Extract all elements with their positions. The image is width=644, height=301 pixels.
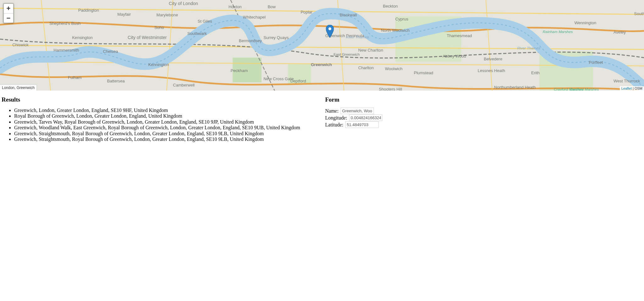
zoom-controls: + − (3, 3, 14, 23)
svg-text:City of Westminster: City of Westminster (128, 35, 167, 40)
map-attribution: Leaflet | OSM (620, 86, 644, 91)
svg-text:Chelsea: Chelsea (103, 49, 118, 54)
svg-text:Hammersmith: Hammersmith (53, 48, 79, 53)
svg-text:Cyprus: Cyprus (395, 17, 408, 21)
svg-text:Camberwell: Camberwell (173, 83, 195, 87)
svg-text:Plumstead: Plumstead (414, 70, 433, 75)
svg-text:Poplar: Poplar (301, 10, 313, 14)
attribution-separator: | (632, 86, 635, 90)
latitude-label: Latitude: (325, 122, 343, 128)
latitude-field[interactable] (345, 121, 379, 128)
svg-text:Paddington: Paddington (78, 8, 99, 13)
svg-text:Hoxton: Hoxton (229, 4, 242, 9)
map-label: London, Greenwich (0, 85, 37, 91)
svg-text:Erith: Erith (531, 70, 540, 75)
svg-text:Kennington: Kennington (148, 62, 169, 67)
svg-text:Abbey Wood: Abbey Wood (443, 54, 466, 59)
svg-text:Chiswick: Chiswick (12, 42, 29, 47)
svg-text:Aveley: Aveley (613, 30, 626, 35)
svg-text:Fulham: Fulham (68, 75, 82, 80)
leaflet-link[interactable]: Leaflet (621, 86, 632, 90)
svg-text:Dartford Marshes: Dartford Marshes (570, 87, 599, 91)
svg-text:Belvedere: Belvedere (484, 57, 502, 61)
svg-text:St Giles: St Giles (198, 19, 212, 24)
svg-text:Greenwich: Greenwich (311, 62, 332, 67)
svg-text:Charlton: Charlton (358, 65, 374, 70)
zoom-in-button[interactable]: + (4, 4, 13, 13)
results-panel: Results Greenwich, London, Greater Londo… (2, 91, 319, 142)
longitude-field[interactable] (349, 114, 382, 121)
svg-text:Bermondsey: Bermondsey (239, 38, 262, 43)
svg-text:Woolwich: Woolwich (385, 66, 402, 71)
svg-text:Marylebone: Marylebone (157, 13, 178, 17)
svg-text:South Ocker: South Ocker (634, 11, 644, 16)
name-field[interactable] (341, 108, 374, 114)
result-item[interactable]: Greenwich, Straightsmouth, Royal Borough… (14, 137, 319, 142)
svg-text:Kensington: Kensington (72, 35, 92, 40)
result-item[interactable]: Greenwich, Woodland Walk, East Greenwich… (14, 125, 319, 131)
svg-text:Soho: Soho (154, 25, 164, 30)
svg-text:Battersea: Battersea (107, 79, 125, 83)
results-heading: Results (2, 96, 319, 103)
svg-text:Shooters Hill: Shooters Hill (379, 87, 402, 91)
svg-text:Northumberland Heath: Northumberland Heath (494, 85, 536, 90)
form-heading: Form (325, 96, 642, 103)
svg-text:Southwark: Southwark (187, 31, 207, 36)
svg-text:Lessnes Heath: Lessnes Heath (478, 68, 505, 73)
svg-text:River Thames: River Thames (517, 46, 540, 50)
svg-text:Peckham: Peckham (230, 68, 248, 73)
svg-text:River Thames: River Thames (346, 35, 369, 39)
svg-text:Wennington: Wennington (575, 20, 597, 25)
longitude-label: Longitude: (325, 115, 347, 121)
svg-text:Rainham Marshes: Rainham Marshes (543, 30, 573, 34)
svg-text:Beckton: Beckton (383, 4, 398, 8)
svg-text:Thamesmead: Thamesmead (447, 33, 472, 38)
result-item[interactable]: Greenwich, London, Greater London, Engla… (14, 108, 319, 113)
results-list: Greenwich, London, Greater London, Engla… (2, 108, 319, 142)
result-item[interactable]: Royal Borough of Greenwich, London, Grea… (14, 113, 319, 119)
svg-text:Blackwall: Blackwall (340, 13, 357, 17)
svg-text:North Woolwich: North Woolwich (381, 28, 409, 33)
map-tiles[interactable]: City of London City of Westminster Paddi… (0, 0, 644, 91)
map[interactable]: City of London City of Westminster Paddi… (0, 0, 644, 91)
svg-text:Deptford: Deptford (290, 79, 306, 83)
svg-text:East Greenwich: East Greenwich (334, 52, 360, 56)
svg-text:Shepherd's Bush: Shepherd's Bush (49, 21, 80, 26)
form-panel: Form Name: Longitude: Latitude: (325, 91, 642, 142)
svg-text:New Cross Gate: New Cross Gate (264, 76, 294, 81)
svg-text:Mayfair: Mayfair (117, 12, 131, 17)
result-item[interactable]: Greenwich, Tarves Way, Royal Borough of … (14, 119, 319, 125)
svg-text:Purfleet: Purfleet (589, 60, 603, 65)
svg-text:Surrey Quays: Surrey Quays (264, 35, 289, 40)
svg-text:Whitechapel: Whitechapel (243, 15, 266, 20)
result-item[interactable]: Greenwich, Straightsmouth, Royal Borough… (14, 131, 319, 137)
svg-text:City of London: City of London (169, 1, 198, 6)
zoom-out-button[interactable]: − (4, 13, 13, 23)
svg-text:West Thurrock: West Thurrock (613, 79, 640, 83)
svg-text:New Charlton: New Charlton (358, 48, 383, 53)
svg-text:Bow: Bow (268, 4, 276, 9)
attribution-osm: OSM (635, 86, 642, 90)
name-label: Name: (325, 108, 339, 114)
